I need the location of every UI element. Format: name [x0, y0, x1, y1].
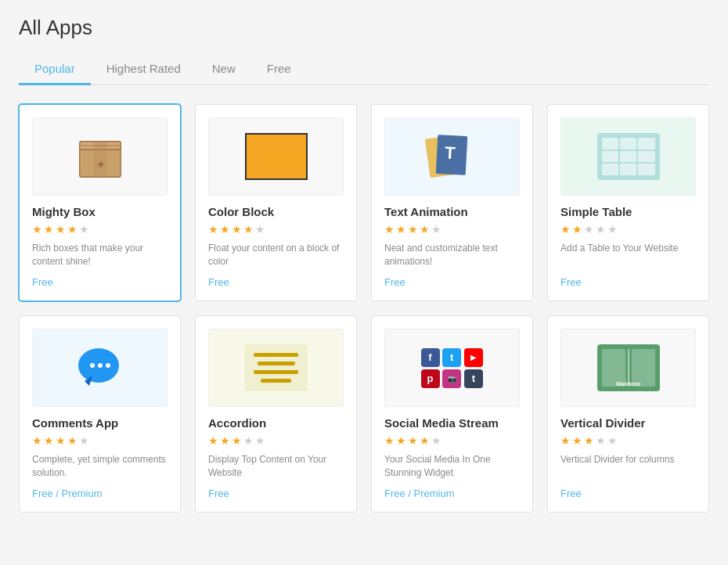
app-title-mighty-box: Mighty Box — [32, 205, 168, 218]
instagram-icon: 📷 — [442, 369, 461, 388]
svg-point-10 — [90, 363, 95, 368]
star-5: ★ — [607, 434, 618, 447]
app-badge-social-media-stream: Free / Premium — [384, 488, 520, 499]
app-badge-accordion: Free — [208, 488, 344, 499]
app-title-vertical-divider: Vertical Divider — [560, 416, 696, 430]
svg-point-12 — [106, 363, 110, 368]
star-3: ★ — [584, 434, 594, 447]
app-badge-vertical-divider: Free — [560, 488, 696, 499]
star-2: ★ — [572, 223, 582, 236]
app-icon-social-media-stream: f t ▶ p 📷 t — [384, 329, 520, 407]
app-card-social-media-stream[interactable]: f t ▶ p 📷 t Social Media Stream ★ ★ ★ ★ … — [371, 315, 533, 513]
star-4: ★ — [67, 223, 77, 236]
app-stars-text-animation: ★ ★ ★ ★ ★ — [384, 223, 520, 236]
color-block-rect — [245, 133, 308, 180]
star-4: ★ — [243, 223, 254, 236]
app-desc-text-animation: Neat and customizable text animations! — [384, 242, 520, 268]
pinterest-icon: p — [421, 369, 440, 388]
star-4: ★ — [243, 434, 254, 447]
tabs-nav: Popular Highest Rated New Free — [19, 54, 709, 85]
youtube-icon: ▶ — [464, 348, 483, 367]
app-badge-mighty-box: Free — [32, 276, 168, 288]
app-badge-simple-table: Free — [560, 276, 696, 288]
app-title-accordion: Accordion — [208, 416, 344, 430]
app-stars-vertical-divider: ★ ★ ★ ★ ★ — [560, 434, 696, 447]
app-icon-comments-app — [32, 329, 168, 407]
app-title-text-animation: Text Animation — [384, 205, 520, 218]
star-1: ★ — [384, 223, 395, 236]
app-stars-comments-app: ★ ★ ★ ★ ★ — [32, 434, 168, 447]
star-4: ★ — [596, 223, 606, 236]
tab-highest-rated[interactable]: Highest Rated — [91, 54, 196, 85]
star-2: ★ — [396, 434, 406, 447]
app-badge-color-block: Free — [208, 276, 344, 288]
star-4: ★ — [596, 434, 606, 447]
app-card-text-animation[interactable]: T Text Animation ★ ★ ★ ★ ★ Neat and cust… — [371, 104, 533, 301]
star-5: ★ — [255, 223, 265, 236]
star-2: ★ — [44, 434, 54, 447]
star-3: ★ — [56, 223, 66, 236]
page-title: All Apps — [19, 16, 709, 40]
star-1: ★ — [208, 434, 218, 447]
star-1: ★ — [208, 223, 218, 236]
social-icons-grid: f t ▶ p 📷 t — [421, 348, 484, 388]
svg-text:✦: ✦ — [95, 158, 105, 171]
star-1: ★ — [384, 434, 395, 447]
app-icon-simple-table — [560, 117, 696, 196]
app-desc-comments-app: Complete, yet simple comments solution. — [32, 453, 168, 480]
app-card-color-block[interactable]: Color Block ★ ★ ★ ★ ★ Float your content… — [195, 104, 357, 301]
app-title-comments-app: Comments App — [32, 416, 168, 430]
apps-grid-row2: Comments App ★ ★ ★ ★ ★ Complete, yet sim… — [19, 315, 709, 513]
table-grid-icon — [597, 133, 660, 180]
star-2: ★ — [220, 434, 230, 447]
star-1: ★ — [32, 223, 42, 236]
app-card-accordion[interactable]: Accordion ★ ★ ★ ★ ★ Display Top Content … — [195, 315, 357, 513]
star-3: ★ — [584, 223, 594, 236]
accordion-lines-icon — [245, 344, 308, 391]
app-desc-mighty-box: Rich boxes that make your content shine! — [32, 242, 168, 268]
app-icon-accordion — [208, 329, 344, 407]
star-5: ★ — [79, 223, 89, 236]
app-card-vertical-divider[interactable]: Waddons Vertical Divider ★ ★ ★ ★ ★ Verti… — [547, 315, 709, 513]
star-3: ★ — [232, 434, 242, 447]
tab-new[interactable]: New — [196, 54, 251, 85]
app-desc-social-media-stream: Your Social Media In One Stunning Widget — [384, 453, 520, 480]
waddons-label: Waddons — [597, 381, 660, 387]
app-desc-color-block: Float your content on a block of color — [208, 242, 344, 268]
star-3: ★ — [56, 434, 66, 447]
app-icon-mighty-box: ✦ — [32, 117, 168, 196]
twitter-icon: t — [442, 348, 461, 367]
app-card-comments-app[interactable]: Comments App ★ ★ ★ ★ ★ Complete, yet sim… — [19, 315, 181, 513]
star-5: ★ — [255, 434, 265, 447]
star-5: ★ — [431, 434, 441, 447]
app-badge-text-animation: Free — [384, 276, 520, 288]
star-2: ★ — [572, 434, 582, 447]
app-desc-accordion: Display Top Content on Your Website — [208, 453, 344, 480]
app-badge-comments-app: Free / Premium — [32, 488, 168, 499]
app-stars-mighty-box: ★ ★ ★ ★ ★ — [32, 223, 168, 236]
svg-text:T: T — [444, 143, 456, 164]
app-stars-accordion: ★ ★ ★ ★ ★ — [208, 434, 344, 447]
app-icon-color-block — [208, 117, 344, 196]
apps-grid-row1: ✦ Mighty Box ★ ★ ★ ★ ★ Rich boxes that m… — [19, 104, 709, 301]
star-1: ★ — [32, 434, 42, 447]
star-1: ★ — [560, 434, 571, 447]
app-card-mighty-box[interactable]: ✦ Mighty Box ★ ★ ★ ★ ★ Rich boxes that m… — [19, 104, 181, 301]
app-stars-social-media-stream: ★ ★ ★ ★ ★ — [384, 434, 520, 447]
star-5: ★ — [431, 223, 441, 236]
svg-point-11 — [98, 363, 103, 368]
app-title-social-media-stream: Social Media Stream — [384, 416, 520, 430]
app-desc-vertical-divider: Vertical Divider for columns — [560, 453, 696, 480]
tab-popular[interactable]: Popular — [19, 54, 91, 85]
facebook-icon: f — [421, 348, 440, 367]
star-3: ★ — [408, 223, 418, 236]
app-card-simple-table[interactable]: Simple Table ★ ★ ★ ★ ★ Add a Table to Yo… — [547, 104, 709, 301]
app-title-color-block: Color Block — [208, 205, 344, 218]
star-2: ★ — [396, 223, 406, 236]
app-stars-simple-table: ★ ★ ★ ★ ★ — [560, 223, 696, 236]
star-2: ★ — [220, 223, 230, 236]
star-5: ★ — [79, 434, 89, 447]
star-2: ★ — [44, 223, 54, 236]
tab-free[interactable]: Free — [251, 54, 307, 85]
app-stars-color-block: ★ ★ ★ ★ ★ — [208, 223, 344, 236]
